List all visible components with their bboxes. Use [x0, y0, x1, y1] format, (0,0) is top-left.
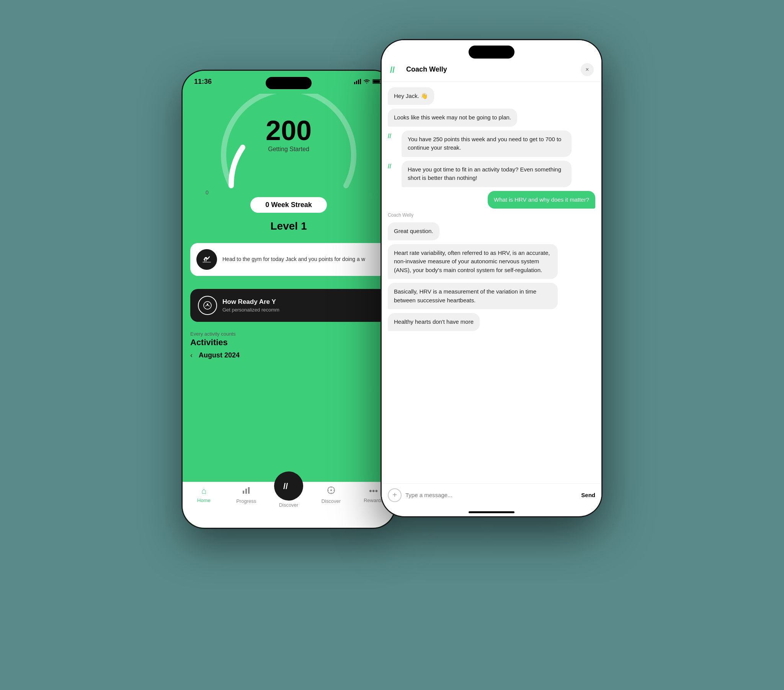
message-input[interactable]	[405, 492, 577, 498]
activities-section: Every activity counts Activities ‹ Augus…	[190, 331, 387, 359]
fab-button[interactable]: //	[274, 471, 303, 501]
message-healthy-hearts: Healthy hearts don't have more	[388, 313, 480, 331]
progress-icon	[242, 486, 250, 497]
svg-text://: //	[388, 163, 391, 170]
nav-progress-label: Progress	[236, 498, 256, 504]
message-hrv-explanation: Heart rate variability, often referred t…	[388, 244, 558, 279]
message-not-plan: Looks like this week may not be going to…	[388, 109, 517, 127]
home-indicator	[469, 511, 514, 513]
streak-badge: 0 Week Streak	[250, 197, 327, 213]
message-time: Have you got time to fit in an activity …	[402, 161, 572, 187]
close-button[interactable]: ×	[581, 63, 594, 76]
compass-icon	[327, 486, 335, 497]
svg-rect-6	[373, 81, 380, 83]
svg-rect-2	[358, 80, 359, 84]
svg-text://: //	[388, 133, 391, 139]
level-text: Level 1	[183, 220, 395, 232]
nav-discover-label: Discover	[279, 502, 298, 508]
chat-messages: Hey Jack. 👋 Looks like this week may not…	[382, 82, 601, 483]
coach-logo: //	[389, 64, 402, 76]
coach-icon-small-2: //	[388, 161, 399, 171]
status-icons	[354, 79, 383, 84]
how-ready-subtitle: Get personalized recomm	[222, 307, 379, 313]
svg-text://: //	[390, 65, 395, 75]
wifi-icon	[363, 79, 370, 84]
message-hey-jack: Hey Jack. 👋	[388, 87, 434, 105]
activities-title: Activities	[190, 338, 387, 347]
svg-point-9	[207, 303, 208, 305]
nav-center-fab[interactable]: // Discover	[268, 482, 310, 508]
phones-container: 11:36	[181, 39, 603, 651]
message-time-wrap: // Have you got time to fit in an activi…	[388, 161, 595, 187]
attach-button[interactable]: +	[388, 488, 402, 502]
phone-back: 11:36	[181, 70, 396, 529]
chat-input-bar: + Send	[382, 483, 601, 511]
svg-point-15	[330, 489, 332, 491]
svg-text://: //	[204, 257, 207, 262]
nav-discover-icon-label: Discover	[321, 498, 341, 504]
bottom-nav: ⌂ Home Progress	[183, 482, 395, 528]
dynamic-island-back	[266, 77, 311, 89]
phone-front: // Coach Welly × Hey Jack. 👋 Looks like …	[380, 39, 603, 517]
activity-text: Head to the gym for today Jack and you p…	[222, 256, 365, 263]
activity-card[interactable]: // Head to the gym for today Jack and yo…	[190, 243, 387, 276]
nav-home[interactable]: ⌂ Home	[183, 486, 225, 503]
svg-rect-10	[243, 491, 244, 494]
home-icon: ⌂	[201, 486, 206, 496]
message-250-points: You have 250 points this week and you ne…	[402, 130, 572, 157]
coach-icon-small-1: //	[388, 130, 399, 141]
message-hrv-question: What is HRV and why does it matter?	[488, 191, 595, 209]
zero-label: 0	[206, 189, 209, 196]
every-activity-label: Every activity counts	[190, 331, 387, 337]
score-label: Getting Started	[183, 146, 395, 153]
rewards-icon: •••	[369, 486, 378, 496]
svg-rect-12	[248, 487, 250, 494]
score-number: 200	[183, 117, 395, 144]
nav-rewards-label: Rewards	[364, 497, 383, 503]
coach-name: Coach Welly	[406, 66, 576, 74]
how-ready-title: How Ready Are Y	[222, 298, 379, 306]
svg-rect-1	[356, 81, 357, 84]
svg-rect-3	[360, 79, 361, 84]
send-button[interactable]: Send	[581, 492, 595, 498]
prev-month-button[interactable]: ‹	[190, 351, 193, 359]
dynamic-island-front	[469, 46, 514, 59]
svg-text://: //	[283, 481, 288, 491]
message-great-question: Great question.	[388, 222, 440, 240]
time-display: 11:36	[194, 78, 212, 86]
how-ready-card[interactable]: How Ready Are Y Get personalized recomm	[190, 289, 387, 322]
month-nav: ‹ August 2024	[190, 351, 387, 359]
score-display: 200 Getting Started	[183, 117, 395, 153]
nav-discover-compass[interactable]: Discover	[310, 486, 352, 504]
svg-rect-0	[354, 82, 355, 84]
coach-welly-label: Coach Welly	[388, 212, 595, 218]
coach-logo-icon: //	[389, 64, 402, 76]
nav-home-label: Home	[197, 497, 211, 503]
nav-progress[interactable]: Progress	[225, 486, 268, 504]
how-ready-icon	[198, 296, 217, 315]
message-hrv-measurement: Basically, HRV is a measurement of the v…	[388, 283, 558, 309]
svg-rect-11	[245, 489, 247, 494]
current-month: August 2024	[199, 351, 240, 359]
activity-icon: //	[196, 249, 217, 270]
message-250-points-wrap: // You have 250 points this week and you…	[388, 130, 595, 157]
signal-icon	[354, 79, 361, 84]
close-icon: ×	[585, 66, 589, 73]
